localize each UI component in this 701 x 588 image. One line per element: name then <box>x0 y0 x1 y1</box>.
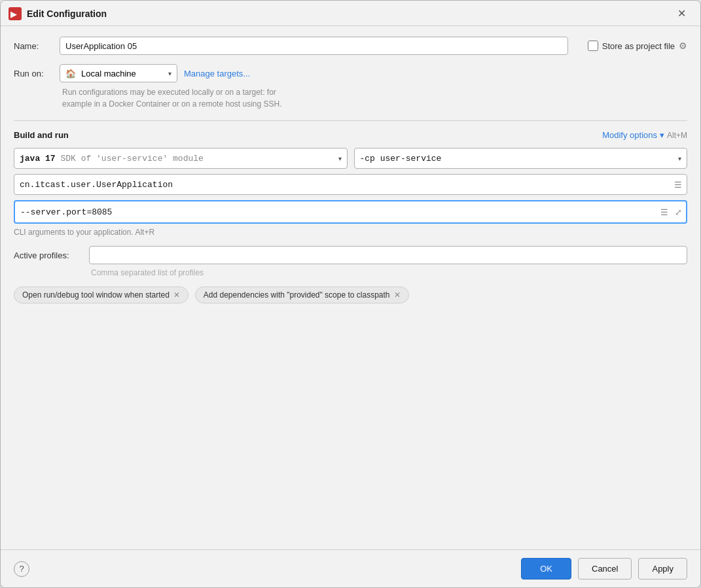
apply-button[interactable]: Apply <box>638 558 687 579</box>
run-hint-line1: Run configurations may be executed local… <box>62 88 276 97</box>
active-profiles-label: Active profiles: <box>14 251 82 260</box>
main-class-browse-button[interactable]: ☰ <box>672 179 685 191</box>
main-class-row: ☰ <box>14 174 687 195</box>
sdk-dropdown[interactable]: java 17 SDK of 'user-service' module ▾ <box>14 148 348 169</box>
args-icons: ☰ ⤢ <box>658 206 685 218</box>
modify-options-button[interactable]: Modify options ▾ Alt+M <box>602 130 687 140</box>
dialog-footer: ? OK Cancel Apply <box>1 549 700 587</box>
run-on-value: Local machine <box>81 69 136 78</box>
args-expand-button[interactable]: ⤢ <box>672 206 685 218</box>
dialog-title: Edit Configuration <box>27 9 107 19</box>
footer-right: OK Cancel Apply <box>521 558 687 579</box>
modify-options-label: Modify options <box>602 130 657 140</box>
name-row: Name: Store as project file ⚙ <box>14 37 687 55</box>
name-label: Name: <box>14 41 53 51</box>
cp-value-text: user-service <box>380 154 442 164</box>
chevron-down-icon-modify: ▾ <box>660 130 664 140</box>
store-project-checkbox[interactable] <box>588 41 598 51</box>
tag-open-run-debug-label: Open run/debug tool window when started <box>22 290 170 300</box>
modify-options-shortcut: Alt+M <box>667 131 687 140</box>
divider <box>14 120 687 121</box>
cli-args-row: ☰ ⤢ <box>14 200 687 224</box>
store-project-label: Store as project file <box>602 41 675 51</box>
run-on-label: Run on: <box>14 69 53 78</box>
title-bar: ▶ Edit Configuration ✕ <box>1 1 700 26</box>
sdk-version: java 17 <box>20 154 56 164</box>
args-edit-button[interactable]: ☰ <box>658 206 671 218</box>
dialog-content: Name: Store as project file ⚙ Run on: 🏠 … <box>1 26 700 549</box>
section-header: Build and run Modify options ▾ Alt+M <box>14 130 687 140</box>
ok-button[interactable]: OK <box>521 558 571 579</box>
tag-add-deps-close[interactable]: ✕ <box>394 291 401 299</box>
tag-open-run-debug-close[interactable]: ✕ <box>173 291 180 299</box>
tag-add-deps-label: Add dependencies with "provided" scope t… <box>204 290 390 300</box>
run-hint: Run configurations may be executed local… <box>62 86 687 110</box>
manage-targets-link[interactable]: Manage targets... <box>184 69 250 78</box>
cp-chevron-icon: ▾ <box>678 155 681 162</box>
section-title: Build and run <box>14 130 69 140</box>
title-bar-left: ▶ Edit Configuration <box>9 7 107 20</box>
gear-icon[interactable]: ⚙ <box>679 41 687 51</box>
cp-text: -cp user-service <box>360 154 442 164</box>
main-class-input[interactable] <box>14 174 687 195</box>
tag-open-run-debug: Open run/debug tool window when started … <box>14 286 189 303</box>
app-icon: ▶ <box>9 7 22 20</box>
cp-dropdown[interactable]: -cp user-service ▾ <box>354 148 688 169</box>
cli-args-input[interactable] <box>14 200 687 224</box>
help-button[interactable]: ? <box>14 561 29 577</box>
cancel-button[interactable]: Cancel <box>578 558 632 579</box>
run-on-row: Run on: 🏠 Local machine ▾ Manage targets… <box>14 64 687 82</box>
store-project-area: Store as project file ⚙ <box>588 41 687 51</box>
close-button[interactable]: ✕ <box>674 7 690 20</box>
active-profiles-row: Active profiles: <box>14 246 687 264</box>
sdk-classpath-row: java 17 SDK of 'user-service' module ▾ -… <box>14 148 687 169</box>
footer-left: ? <box>14 561 29 577</box>
chevron-down-icon: ▾ <box>168 70 171 77</box>
svg-text:▶: ▶ <box>10 10 17 19</box>
profiles-hint: Comma separated list of profiles <box>91 268 687 277</box>
tags-row: Open run/debug tool window when started … <box>14 286 687 303</box>
run-hint-line2: example in a Docker Container or on a re… <box>62 99 282 109</box>
run-on-dropdown[interactable]: 🏠 Local machine ▾ <box>60 64 177 82</box>
sdk-hint: SDK of 'user-service' module <box>60 154 203 164</box>
name-input[interactable] <box>60 37 568 55</box>
sdk-chevron-icon: ▾ <box>338 155 342 162</box>
tag-add-deps: Add dependencies with "provided" scope t… <box>195 286 409 303</box>
cli-hint: CLI arguments to your application. Alt+R <box>14 228 687 237</box>
sdk-select-text: java 17 SDK of 'user-service' module <box>20 154 204 164</box>
house-icon: 🏠 <box>65 69 76 78</box>
cp-prefix: -cp <box>360 154 375 164</box>
edit-configuration-dialog: ▶ Edit Configuration ✕ Name: Store as pr… <box>0 0 701 588</box>
active-profiles-input[interactable] <box>89 246 687 264</box>
